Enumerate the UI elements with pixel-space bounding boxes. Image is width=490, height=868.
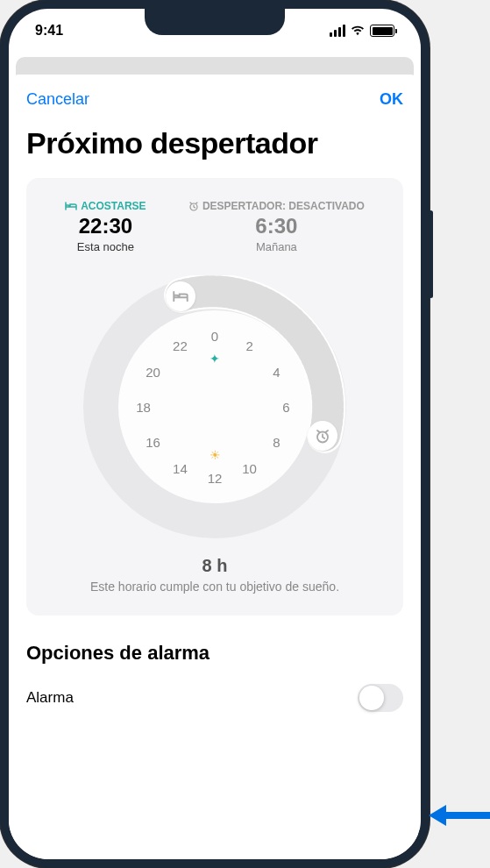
modal-sheet: Cancelar OK Próximo despertador ACOSTARS… xyxy=(9,75,421,859)
clock-hour-4: 4 xyxy=(273,365,280,380)
ok-button[interactable]: OK xyxy=(380,90,403,109)
clock-hour-2: 2 xyxy=(245,338,252,352)
times-row: ACOSTARSE 22:30 Esta noche DESPERTADOR: … xyxy=(44,200,386,253)
modal-header: Cancelar OK xyxy=(9,75,421,117)
clock-face: 0 2 4 6 8 10 12 14 16 18 20 22 xyxy=(118,310,311,503)
alarm-toggle-row: Alarma xyxy=(9,673,421,722)
duration-block: 8 h Este horario cumple con tu objetivo … xyxy=(44,556,386,594)
clock-hour-20: 20 xyxy=(146,365,160,380)
clock-hour-16: 16 xyxy=(146,434,160,449)
clock-hour-12: 12 xyxy=(208,471,223,486)
clock-hour-22: 22 xyxy=(173,338,188,352)
clock-hour-18: 18 xyxy=(136,400,151,415)
options-title: Opciones de alarma xyxy=(9,633,421,673)
clock-hour-0: 0 xyxy=(211,328,218,343)
notch xyxy=(145,9,285,35)
status-icons xyxy=(330,25,394,37)
battery-icon xyxy=(370,25,394,37)
alarm-icon xyxy=(188,201,199,211)
clock-hour-14: 14 xyxy=(173,461,188,476)
clock-hour-6: 6 xyxy=(282,400,289,415)
alarm-icon xyxy=(315,428,330,444)
duration-desc: Este horario cumple con tu objetivo de s… xyxy=(44,580,386,594)
bedtime-sub: Esta noche xyxy=(65,240,146,253)
duration-value: 8 h xyxy=(44,556,386,576)
volume-up-button xyxy=(0,193,1,250)
bedtime-value: 22:30 xyxy=(65,214,146,238)
cellular-signal-icon xyxy=(330,25,345,37)
phone-frame: 9:41 xyxy=(0,0,430,868)
wifi-icon xyxy=(350,25,366,37)
wakeup-handle[interactable] xyxy=(308,421,337,451)
bed-icon xyxy=(173,288,188,304)
power-button xyxy=(429,210,433,298)
bedtime-label: ACOSTARSE xyxy=(65,200,146,212)
schedule-card: ACOSTARSE 22:30 Esta noche DESPERTADOR: … xyxy=(26,178,403,615)
page-title: Próximo despertador xyxy=(9,117,421,178)
volume-down-button xyxy=(0,263,1,320)
cancel-button[interactable]: Cancelar xyxy=(26,90,89,109)
clock-hour-10: 10 xyxy=(242,461,257,476)
wakeup-label: DESPERTADOR: DESACTIVADO xyxy=(188,200,365,212)
sun-icon: ☀ xyxy=(209,448,221,462)
bedtime-handle[interactable] xyxy=(166,281,195,311)
sleep-clock[interactable]: 0 2 4 6 8 10 12 14 16 18 20 22 xyxy=(83,275,346,538)
screen: 9:41 xyxy=(9,9,421,859)
alarm-toggle-label: Alarma xyxy=(26,689,74,707)
wakeup-value: 6:30 xyxy=(188,214,365,238)
sparkle-icon: ✦ xyxy=(209,352,220,366)
bed-icon xyxy=(65,202,77,210)
side-button xyxy=(0,140,1,171)
wakeup-sub: Mañana xyxy=(188,240,365,253)
status-time: 9:41 xyxy=(35,23,63,39)
bedtime-block: ACOSTARSE 22:30 Esta noche xyxy=(65,200,146,253)
callout-arrow xyxy=(429,798,490,833)
alarm-toggle[interactable] xyxy=(358,684,403,712)
wakeup-block: DESPERTADOR: DESACTIVADO 6:30 Mañana xyxy=(188,200,365,253)
toggle-knob xyxy=(359,686,384,710)
clock-hour-8: 8 xyxy=(273,434,280,449)
